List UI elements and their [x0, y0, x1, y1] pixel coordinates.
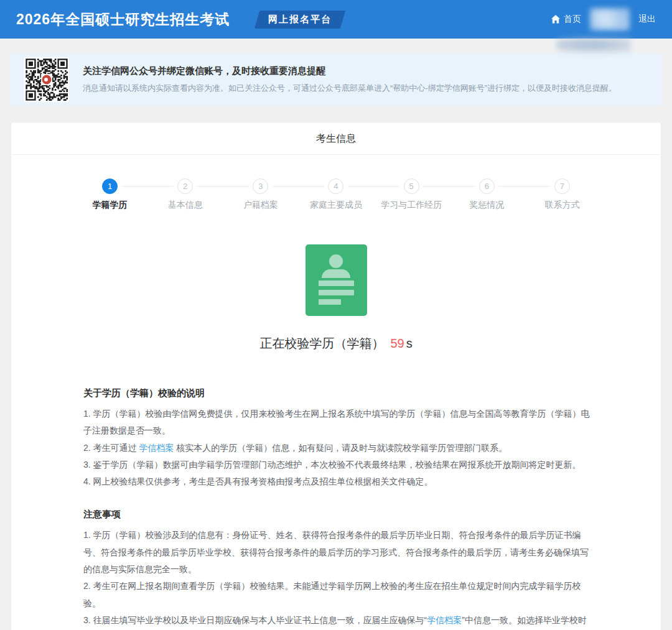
note-line: 2. 考生可在网上报名期间查看学历（学籍）校验结果。未能通过学籍学历网上校验的考… — [83, 578, 592, 612]
step-number: 4 — [328, 178, 343, 194]
note-line: 1. 学历（学籍）校验涉及到的信息有：身份证号、姓名、获得符合报考条件的最后学历… — [83, 527, 592, 578]
step-item-基本信息[interactable]: 2基本信息 — [147, 178, 223, 211]
qr-code — [24, 57, 69, 102]
note-line: 4. 网上校验结果仅供参考，考生是否具有报考资格由报考点及招生单位根据相关文件确… — [83, 473, 592, 490]
icon-line — [319, 299, 341, 305]
header-nav: 首页 退出 — [551, 8, 656, 30]
section-notes-list: 1. 学历（学籍）校验涉及到的信息有：身份证号、姓名、获得符合报考条件的最后学历… — [83, 527, 592, 630]
section-notes: 注意事项 1. 学历（学籍）校验涉及到的信息有：身份证号、姓名、获得符合报考条件… — [83, 509, 592, 630]
step-item-户籍档案[interactable]: 3户籍档案 — [223, 178, 298, 211]
app-title: 2026年全国硕士研究生招生考试 — [16, 10, 230, 29]
countdown-seconds: 59 — [384, 336, 406, 350]
step-number: 7 — [554, 178, 570, 194]
step-label: 基本信息 — [147, 200, 223, 211]
panel-title: 考生信息 — [11, 123, 661, 155]
step-item-联系方式[interactable]: 7联系方式 — [525, 178, 600, 211]
person-icon — [329, 254, 343, 268]
nav-logout-label: 退出 — [638, 14, 656, 25]
note-line: 2. 考生可通过 学信档案 核实本人的学历（学籍）信息，如有疑问，请及时与就读院… — [83, 440, 592, 456]
icon-line — [319, 280, 354, 286]
step-label: 户籍档案 — [223, 200, 298, 211]
step-item-奖惩情况[interactable]: 6奖惩情况 — [449, 178, 525, 211]
note-text: 3. 鉴于学历（学籍）数据可由学籍学历管理部门动态维护，本次校验不代表最终结果，… — [83, 460, 581, 470]
notice-desc: 消息通知请以系统内实际查看内容为准。如已关注公众号，可通过公众号底部菜单进入“帮… — [83, 83, 648, 94]
step-number: 1 — [102, 178, 118, 194]
nav-home[interactable]: 首页 — [551, 14, 581, 25]
app-header: 2026年全国硕士研究生招生考试 网上报名平台 首页 退出 — [0, 0, 672, 39]
nav-home-label: 首页 — [564, 14, 581, 25]
home-icon — [551, 14, 561, 24]
icon-line — [319, 290, 354, 295]
inline-link[interactable]: 学信档案 — [139, 443, 174, 453]
section-explain-list: 1. 学历（学籍）校验由学信网免费提供，仅用来校验考生在网上报名系统中填写的学历… — [83, 405, 592, 490]
step-number: 2 — [177, 178, 193, 194]
platform-badge: 网上报名平台 — [254, 11, 345, 29]
section-notes-heading: 注意事项 — [83, 509, 592, 521]
note-line: 3. 往届生填写毕业学校以及毕业日期应确保与本人毕业证书上信息一致，应届生应确保… — [83, 612, 592, 630]
step-item-学习与工作经历[interactable]: 5学习与工作经历 — [374, 178, 449, 211]
step-indicator: 1学籍学历2基本信息3户籍档案4家庭主要成员5学习与工作经历6奖惩情况7联系方式 — [72, 178, 600, 211]
person-shoulders — [322, 269, 350, 278]
note-text: 3. 往届生填写毕业学校以及毕业日期应确保与本人毕业证书上信息一致，应届生应确保… — [83, 615, 427, 625]
platform-badge-label: 网上报名平台 — [268, 14, 332, 25]
step-item-学籍学历[interactable]: 1学籍学历 — [72, 178, 147, 211]
step-number: 5 — [404, 178, 419, 194]
note-line: 3. 鉴于学历（学籍）数据可由学籍学历管理部门动态维护，本次校验不代表最终结果，… — [83, 456, 592, 473]
step-number: 3 — [253, 178, 268, 194]
step-label: 联系方式 — [525, 200, 600, 211]
section-explain-heading: 关于学历（学籍）校验的说明 — [83, 387, 592, 399]
step-label: 奖惩情况 — [449, 200, 525, 211]
checking-status: 正在校验学历（学籍）59s — [11, 335, 661, 352]
section-explain: 关于学历（学籍）校验的说明 1. 学历（学籍）校验由学信网免费提供，仅用来校验考… — [83, 387, 592, 490]
step-label: 家庭主要成员 — [298, 200, 373, 211]
note-text: 核实本人的学历（学籍）信息，如有疑问，请及时与就读院校学籍学历管理部门联系。 — [174, 443, 507, 453]
step-item-家庭主要成员[interactable]: 4家庭主要成员 — [298, 178, 373, 211]
info-sections: 关于学历（学籍）校验的说明 1. 学历（学籍）校验由学信网免费提供，仅用来校验考… — [11, 352, 661, 630]
note-text: 2. 考生可通过 — [83, 443, 139, 453]
note-text: 4. 网上校验结果仅供参考，考生是否具有报考资格由报考点及招生单位根据相关文件确… — [83, 476, 433, 486]
checking-status-text: 正在校验学历（学籍） — [259, 336, 384, 350]
credential-check-icon — [306, 244, 367, 316]
candidate-info-panel: 考生信息 1学籍学历2基本信息3户籍档案4家庭主要成员5学习与工作经历6奖惩情况… — [11, 122, 661, 630]
note-text: 2. 考生可在网上报名期间查看学历（学籍）校验结果。未能通过学籍学历网上校验的考… — [83, 581, 581, 608]
note-text: 1. 学历（学籍）校验由学信网免费提供，仅用来校验考生在网上报名系统中填写的学历… — [83, 409, 590, 435]
wechat-notice-banner: 关注学信网公众号并绑定微信账号，及时接收重要消息提醒 消息通知请以系统内实际查看… — [11, 53, 661, 106]
note-line: 1. 学历（学籍）校验由学信网免费提供，仅用来校验考生在网上报名系统中填写的学历… — [83, 405, 592, 440]
step-label: 学习与工作经历 — [374, 200, 449, 211]
countdown-unit: s — [406, 336, 413, 350]
note-text: 1. 学历（学籍）校验涉及到的信息有：身份证号、姓名、获得符合报考条件的最后学历… — [83, 530, 589, 574]
avatar[interactable] — [590, 8, 630, 30]
notice-title: 关注学信网公众号并绑定微信账号，及时接收重要消息提醒 — [83, 65, 648, 77]
nav-logout[interactable]: 退出 — [638, 14, 656, 25]
step-number: 6 — [479, 178, 495, 194]
step-label: 学籍学历 — [72, 200, 147, 211]
notice-texts: 关注学信网公众号并绑定微信账号，及时接收重要消息提醒 消息通知请以系统内实际查看… — [83, 65, 648, 94]
inline-link[interactable]: 学信档案 — [427, 615, 462, 625]
